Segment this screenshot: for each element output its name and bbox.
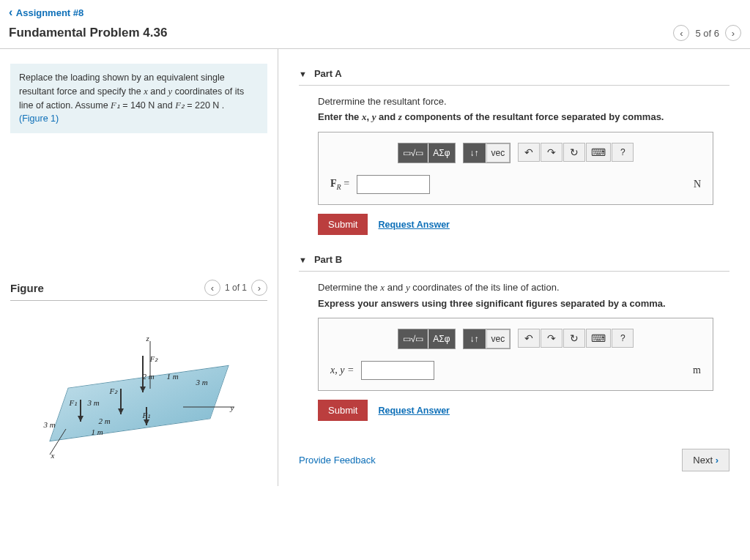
part-b-header[interactable]: ▼ Part B xyxy=(299,254,729,272)
axis-y: y xyxy=(231,403,234,412)
help-button[interactable]: ? xyxy=(612,143,634,162)
answer-input-b[interactable] xyxy=(361,361,434,380)
request-answer-link-b[interactable]: Request Answer xyxy=(378,406,449,416)
label-f2: F₂ xyxy=(150,354,158,364)
next-item-button[interactable]: › xyxy=(725,25,741,41)
label-f1: F₁ xyxy=(70,398,78,408)
axis-x: x xyxy=(51,451,55,460)
submit-button-a[interactable]: Submit xyxy=(318,214,368,235)
title-row: Fundamental Problem 4.36 ‹ 5 of 6 › xyxy=(0,22,750,49)
problem-text: = 140 N and xyxy=(120,100,175,111)
figure-pager: ‹ 1 of 1 › xyxy=(204,280,267,296)
answer-input-a[interactable] xyxy=(357,175,430,194)
footer-row: Provide Feedback Next xyxy=(292,449,737,471)
dim-3m: 3 m xyxy=(88,398,100,407)
dim-2m: 2 m xyxy=(99,417,111,425)
greek-button[interactable]: ΑΣφ xyxy=(428,143,454,163)
part-a: ▼ Part A Detrermine the resultant force.… xyxy=(292,64,737,250)
var-f1: F₁ xyxy=(111,100,120,111)
item-pager: ‹ 5 of 6 › xyxy=(673,25,741,41)
part-a-title: Part A xyxy=(314,68,342,79)
redo-button[interactable]: ↷ xyxy=(541,329,562,348)
templates-button[interactable]: ▭√▭ xyxy=(398,329,428,348)
part-b-description: Determine the x and y coordinates of the… xyxy=(318,282,729,294)
dim-3m: 3 m xyxy=(44,420,56,429)
part-a-instruction: Enter the x, y and z components of the r… xyxy=(318,111,729,123)
collapse-icon: ▼ xyxy=(299,255,307,264)
redo-button[interactable]: ↷ xyxy=(541,143,562,162)
prev-item-button[interactable]: ‹ xyxy=(673,25,689,41)
unit-a: N xyxy=(694,179,701,190)
undo-button[interactable]: ↶ xyxy=(518,329,540,348)
problem-text: and xyxy=(148,86,168,97)
page-title: Fundamental Problem 4.36 xyxy=(9,26,167,40)
reset-button[interactable]: ↻ xyxy=(563,143,585,162)
problem-statement: Replace the loading shown by an equivale… xyxy=(10,64,267,133)
part-a-header[interactable]: ▼ Part A xyxy=(299,68,729,86)
request-answer-link-a[interactable]: Request Answer xyxy=(378,220,449,230)
problem-text: = 220 N . xyxy=(185,100,225,111)
part-a-description: Detrermine the resultant force. xyxy=(318,96,729,107)
figure-pager-text: 1 of 1 xyxy=(225,283,247,293)
equation-toolbar: ▭√▭ ΑΣφ ↓↑ vec ↶ ↷ ↻ ⌨ ? xyxy=(330,329,701,349)
dim-3m: 3 m xyxy=(196,378,208,387)
breadcrumb-link[interactable]: Assignment #8 xyxy=(0,0,750,22)
submit-button-b[interactable]: Submit xyxy=(318,400,368,421)
axis-z: z xyxy=(146,334,149,343)
collapse-icon: ▼ xyxy=(299,70,307,78)
subsup-button[interactable]: ↓↑ xyxy=(464,329,486,348)
figure-heading: Figure xyxy=(10,282,44,294)
part-b-instruction: Express your answers using three signifi… xyxy=(318,298,729,309)
subsup-button[interactable]: ↓↑ xyxy=(464,143,486,163)
keyboard-button[interactable]: ⌨ xyxy=(586,143,611,162)
help-button[interactable]: ? xyxy=(612,329,634,348)
figure-header: Figure ‹ 1 of 1 › xyxy=(10,280,267,301)
figure-prev-button[interactable]: ‹ xyxy=(204,280,220,296)
dim-2m: 2 m xyxy=(143,372,155,381)
var-f2: F₂ xyxy=(175,100,185,111)
templates-button[interactable]: ▭√▭ xyxy=(398,143,428,163)
label-f2: F₂ xyxy=(110,387,118,396)
figure-next-button[interactable]: › xyxy=(251,280,267,296)
undo-button[interactable]: ↶ xyxy=(518,143,540,162)
answer-label-a: FR = xyxy=(330,178,349,191)
answer-box-a: ▭√▭ ΑΣφ ↓↑ vec ↶ ↷ ↻ ⌨ ? xyxy=(318,132,713,205)
vec-button[interactable]: vec xyxy=(486,143,510,163)
unit-b: m xyxy=(693,365,701,376)
part-b-title: Part B xyxy=(314,254,342,265)
provide-feedback-link[interactable]: Provide Feedback xyxy=(299,455,376,466)
greek-button[interactable]: ΑΣφ xyxy=(428,329,454,348)
pager-text: 5 of 6 xyxy=(695,28,719,39)
vec-button[interactable]: vec xyxy=(486,329,510,348)
keyboard-button[interactable]: ⌨ xyxy=(586,329,611,348)
dim-1m: 1 m xyxy=(167,372,179,381)
figure-link[interactable]: (Figure 1) xyxy=(19,113,59,124)
label-f1: F₁ xyxy=(143,411,151,420)
figure-image: z y x F₂ F₂ F₁ F₁ 3 m 3 m 3 m 2 m 2 m 1 … xyxy=(10,323,267,469)
dim-1m: 1 m xyxy=(92,428,103,436)
answer-box-b: ▭√▭ ΑΣφ ↓↑ vec ↶ ↷ ↻ ⌨ ? xyxy=(318,318,713,391)
equation-toolbar: ▭√▭ ΑΣφ ↓↑ vec ↶ ↷ ↻ ⌨ ? xyxy=(330,143,701,163)
next-button[interactable]: Next xyxy=(682,449,729,471)
reset-button[interactable]: ↻ xyxy=(563,329,585,348)
answer-label-b: x, y = xyxy=(330,365,354,376)
part-b: ▼ Part B Determine the x and y coordinat… xyxy=(292,250,737,436)
